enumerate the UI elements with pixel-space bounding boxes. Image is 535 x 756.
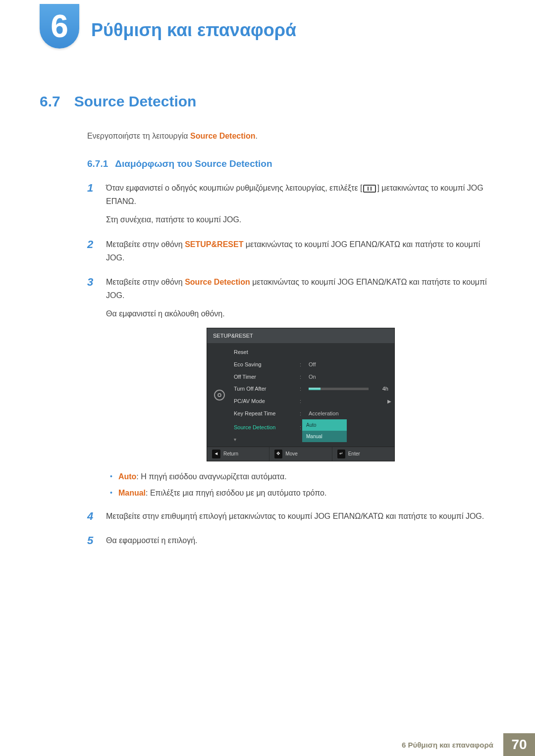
step-1-p2: Στη συνέχεια, πατήστε το κουμπί JOG. [106, 213, 495, 226]
enter-key-icon: ↵ [337, 450, 345, 458]
gear-icon [214, 390, 225, 401]
bullet-auto: • Auto: Η πηγή εισόδου αναγνωρίζεται αυτ… [106, 470, 495, 483]
footer-chapter-label: 6 Ρύθμιση και επαναφορά [392, 733, 503, 756]
step-number: 1 [87, 181, 96, 232]
footer-page-number: 70 [503, 733, 535, 756]
menu-icon [363, 185, 376, 193]
osd-rows: Reset Eco Saving : Off Off Timer : On [232, 343, 394, 447]
osd-footer: ◄ Return ✥ Move ↵ Enter [207, 447, 394, 460]
step-2-highlight: SETUP&RESET [185, 240, 243, 249]
step-3-highlight: Source Detection [185, 278, 250, 286]
step-3-p2: Θα εμφανιστεί η ακόλουθη οθόνη. [106, 307, 495, 320]
page-footer: 6 Ρύθμιση και επαναφορά 70 [392, 733, 535, 756]
step-5-text: Θα εφαρμοστεί η επιλογή. [106, 534, 495, 547]
osd-sidebar [207, 343, 232, 447]
slider-track [309, 388, 369, 390]
step-1: 1 Όταν εμφανιστεί ο οδηγός κουμπιών ρυθμ… [87, 181, 495, 232]
osd-row-eco: Eco Saving : Off [232, 358, 394, 371]
osd-row-reset: Reset [232, 346, 394, 358]
bullet-dot-icon: • [106, 470, 112, 483]
step-5: 5 Θα εφαρμοστεί η επιλογή. [87, 534, 495, 552]
move-key-icon: ✥ [274, 450, 282, 458]
osd-footer-move: ✥ Move [269, 447, 332, 460]
slider-fill [309, 388, 321, 390]
osd-dropdown-auto: Auto [302, 419, 347, 431]
osd-title: SETUP&RESET [207, 328, 394, 344]
section-heading: 6.7 Source Detection [40, 93, 495, 110]
step-number: 4 [87, 509, 96, 528]
subsection-heading: 6.7.1 Διαμόρφωση του Source Detection [87, 158, 495, 169]
subsection-number: 6.7.1 [87, 158, 108, 169]
osd-row-repeat: Key Repeat Time : Acceleration [232, 407, 394, 420]
intro-text: Ενεργοποιήστε τη λειτουργία Source Detec… [87, 132, 495, 141]
bullet-manual: • Manual: Επιλέξτε μια πηγή εισόδου με μ… [106, 487, 495, 500]
return-key-icon: ◄ [212, 450, 220, 458]
page-header: 6 Ρύθμιση και επαναφορά [40, 0, 495, 49]
osd-row-pcav: PC/AV Mode : ▶ [232, 395, 394, 407]
bullet-manual-term: Manual [118, 489, 146, 497]
step-4-text: Μεταβείτε στην επιθυμητή επιλογή μετακιν… [106, 509, 495, 523]
step-number: 3 [87, 275, 96, 504]
bullet-auto-term: Auto [118, 472, 136, 481]
chapter-title: Ρύθμιση και επαναφορά [91, 20, 296, 41]
option-bullets: • Auto: Η πηγή εισόδου αναγνωρίζεται αυτ… [106, 470, 495, 500]
chapter-number: 6 [51, 8, 68, 45]
steps-list: 1 Όταν εμφανιστεί ο οδηγός κουμπιών ρυθμ… [87, 181, 495, 552]
osd-row-turnoff: Turn Off After : 4h [232, 383, 394, 395]
step-2: 2 Μεταβείτε στην οθόνη SETUP&RESET μετακ… [87, 238, 495, 269]
chapter-badge: 6 [40, 4, 79, 49]
section-title: Source Detection [74, 93, 197, 110]
subsection-title: Διαμόρφωση του Source Detection [115, 158, 272, 169]
chevron-right-icon: ▶ [387, 397, 391, 405]
bullet-dot-icon: • [106, 487, 112, 500]
osd-menu: SETUP&RESET Reset Eco Saving : [207, 328, 395, 461]
section-number: 6.7 [40, 93, 60, 110]
step-3: 3 Μεταβείτε στην οθόνη Source Detection … [87, 275, 495, 504]
osd-row-source: Source Detection : Auto Manual [232, 419, 394, 435]
osd-dropdown-manual: Manual [302, 431, 347, 442]
intro-term: Source Detection [190, 132, 256, 140]
step-4: 4 Μεταβείτε στην επιθυμητή επιλογή μετακ… [87, 509, 495, 528]
step-number: 5 [87, 534, 96, 552]
osd-dropdown: Auto Manual [302, 419, 347, 442]
osd-footer-return: ◄ Return [207, 447, 269, 460]
osd-row-timer: Off Timer : On [232, 371, 394, 383]
osd-footer-enter: ↵ Enter [332, 447, 394, 460]
step-number: 2 [87, 238, 96, 269]
